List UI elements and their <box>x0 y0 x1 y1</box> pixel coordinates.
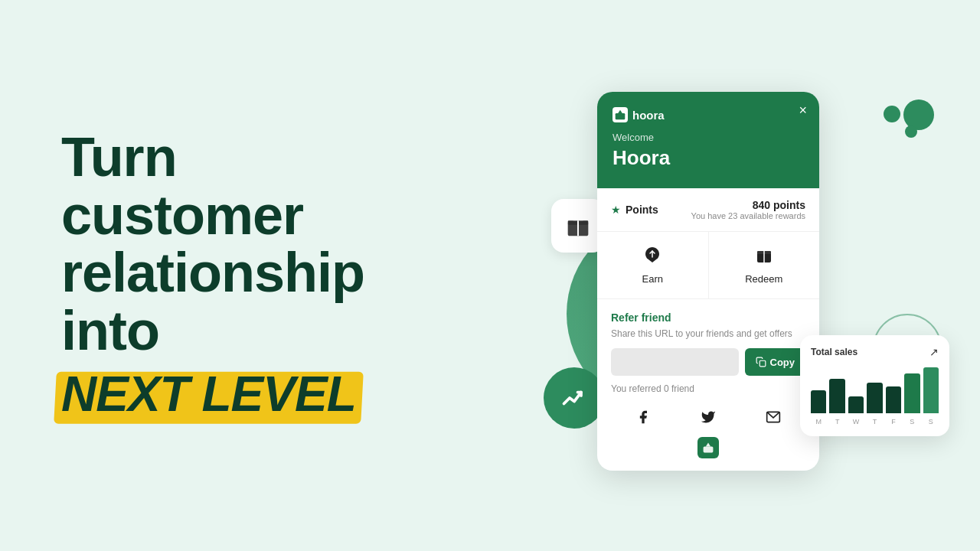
copy-label: Copy <box>770 357 795 368</box>
bar-sat <box>904 373 920 413</box>
refer-description: Share this URL to your friends and get o… <box>611 328 805 339</box>
chart-bars <box>811 367 939 413</box>
redeem-label: Redeem <box>745 273 782 285</box>
trending-icon <box>560 384 588 412</box>
widget-header: hoora × Welcome Hoora <box>597 92 819 188</box>
hero-line1: Turn <box>61 126 177 187</box>
label-w: W <box>848 418 864 425</box>
svg-rect-10 <box>704 446 714 452</box>
earn-label: Earn <box>642 273 663 285</box>
brand-name: hoora <box>632 109 665 122</box>
next-level-wrapper: NEXT LEVEL <box>61 366 356 422</box>
right-section: hoora × Welcome Hoora ★ Points 840 point… <box>536 77 949 474</box>
refer-title: Refer friend <box>611 311 805 324</box>
star-icon: ★ <box>611 204 621 216</box>
redeem-button[interactable]: Redeem <box>709 232 820 298</box>
hero-line3: relationship <box>61 242 364 303</box>
bar-mon <box>811 390 826 413</box>
redeem-svg <box>755 246 773 264</box>
points-sub: You have 23 available rewards <box>691 211 805 220</box>
next-level-text: NEXT LEVEL <box>61 367 356 422</box>
close-button[interactable]: × <box>799 103 807 119</box>
bar-wed <box>848 396 864 413</box>
refer-input-row: Copy <box>611 348 805 376</box>
points-right: 840 points You have 23 available rewards <box>691 199 805 220</box>
chart-labels: M T W T F S S <box>811 418 939 425</box>
earn-icon <box>643 246 662 269</box>
label-s2: S <box>923 418 939 425</box>
points-label: Points <box>626 204 658 216</box>
bar-sun <box>923 367 939 413</box>
svg-rect-8 <box>760 360 766 367</box>
gift-svg <box>566 214 590 238</box>
label-s1: S <box>904 418 920 425</box>
earn-button[interactable]: Earn <box>597 232 709 298</box>
points-row: ★ Points 840 points You have 23 availabl… <box>597 188 819 232</box>
facebook-icon[interactable] <box>631 405 655 429</box>
expand-icon[interactable]: ↗ <box>929 346 939 358</box>
welcome-label: Welcome <box>612 132 804 143</box>
widget-title: Hoora <box>612 146 804 170</box>
bottom-brand-icon <box>697 437 719 458</box>
earn-svg <box>643 246 662 264</box>
bar-fri <box>886 386 901 413</box>
copy-icon <box>756 357 766 367</box>
hero-section: Turn customer relationship into NEXT LEV… <box>61 129 444 422</box>
brand-svg <box>615 109 626 120</box>
main-widget: hoora × Welcome Hoora ★ Points 840 point… <box>597 92 819 471</box>
widget-brand: hoora <box>612 107 804 122</box>
sales-title: Total sales <box>811 347 858 357</box>
label-m: M <box>811 418 826 425</box>
trending-circle <box>544 367 605 429</box>
sales-card: Total sales ↗ M T W T F S S <box>800 335 949 436</box>
social-row <box>611 405 805 429</box>
refer-section: Refer friend Share this URL to your frie… <box>597 299 819 471</box>
bar-tue <box>829 379 844 413</box>
brand-icon <box>612 107 628 122</box>
bar-thu <box>867 383 882 413</box>
points-left: ★ Points <box>611 204 658 216</box>
email-icon[interactable] <box>761 405 786 429</box>
bottom-brand-svg <box>702 442 714 454</box>
deco-circle-small2 <box>905 126 917 138</box>
points-value: 840 points <box>691 199 805 211</box>
bottom-icon-row <box>611 437 805 458</box>
label-f: F <box>886 418 901 425</box>
sales-header: Total sales ↗ <box>811 346 939 358</box>
email-svg <box>766 409 781 425</box>
hero-line2: customer <box>61 184 303 245</box>
referred-text: You referred 0 friend <box>611 383 805 394</box>
label-t1: T <box>829 418 844 425</box>
deco-circle-small1 <box>884 106 900 122</box>
action-row: Earn Redeem <box>597 232 819 299</box>
svg-rect-3 <box>616 113 626 119</box>
refer-url-input[interactable] <box>611 348 739 376</box>
hero-text: Turn customer relationship into <box>61 129 444 360</box>
fb-svg <box>635 409 651 425</box>
widget-body: ★ Points 840 points You have 23 availabl… <box>597 188 819 471</box>
redeem-icon <box>755 246 773 269</box>
hero-line4: into <box>61 300 159 361</box>
label-t2: T <box>867 418 882 425</box>
twitter-icon[interactable] <box>696 405 720 429</box>
copy-button[interactable]: Copy <box>745 348 806 376</box>
tw-svg <box>701 409 716 425</box>
